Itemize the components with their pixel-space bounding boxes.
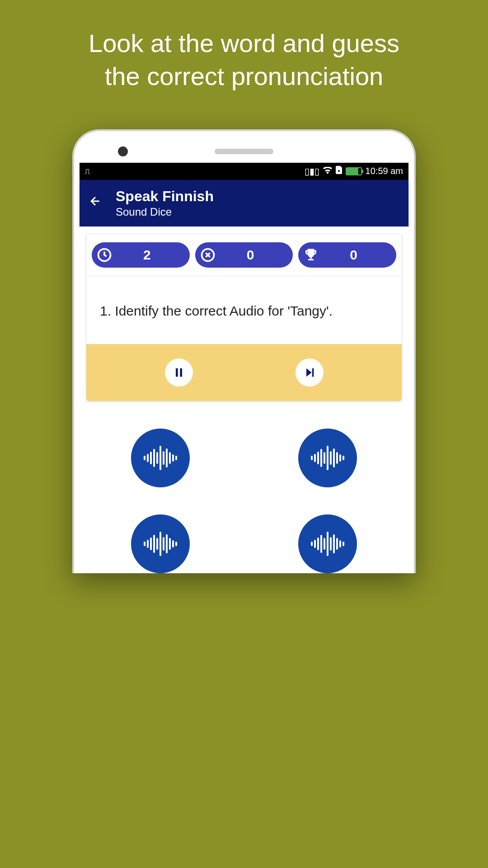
waveform-icon (144, 446, 177, 470)
svg-rect-4 (312, 368, 314, 377)
svg-rect-2 (176, 368, 178, 377)
playback-bar (86, 344, 402, 401)
app-title: Speak Finnish (116, 188, 214, 205)
phone-speaker (215, 149, 273, 154)
audio-option-4[interactable] (298, 514, 357, 573)
waveform-icon (144, 532, 177, 556)
clock-icon (94, 245, 114, 265)
trophy-icon (301, 245, 321, 265)
back-button[interactable] (89, 194, 102, 212)
battery-icon (346, 167, 362, 175)
status-time: 10:59 am (366, 166, 403, 176)
header-text: Speak Finnish Sound Dice (116, 188, 214, 218)
promo-line-2: the correct pronunciation (105, 62, 383, 90)
usb-icon: ⎍ (85, 167, 90, 176)
x-circle-icon (198, 245, 218, 265)
stats-row: 2 0 0 (86, 234, 402, 276)
status-bar: ⎍ ▯▮▯ 10:59 am (80, 163, 408, 180)
app-subtitle: Sound Dice (116, 206, 214, 218)
trophy-value: 0 (321, 247, 386, 263)
waveform-icon (311, 446, 344, 470)
pause-button[interactable] (165, 359, 193, 387)
audio-option-1[interactable] (131, 429, 190, 487)
svg-rect-3 (180, 368, 182, 377)
app-header: Speak Finnish Sound Dice (80, 180, 408, 226)
wifi-icon (323, 166, 332, 176)
timer-pill: 2 (92, 242, 190, 268)
sim-icon (336, 166, 342, 176)
phone-hardware-top (80, 140, 408, 163)
promo-heading: Look at the word and guess the correct p… (0, 0, 488, 111)
app-content: 2 0 0 1. Identify the correct Audio for … (80, 226, 408, 573)
audio-option-3[interactable] (131, 514, 190, 573)
timer-value: 2 (114, 247, 180, 263)
quiz-card: 2 0 0 1. Identify the correct Audio for … (86, 234, 402, 401)
promo-line-1: Look at the word and guess (89, 29, 399, 57)
wrong-pill: 0 (195, 242, 293, 268)
waveform-icon (311, 532, 344, 556)
next-button[interactable] (296, 359, 324, 387)
phone-frame: ⎍ ▯▮▯ 10:59 am Speak Finnish Sound Dice (72, 129, 416, 573)
phone-camera (118, 146, 128, 156)
audio-options (86, 401, 402, 573)
wrong-value: 0 (218, 247, 283, 263)
question-text: 1. Identify the correct Audio for 'Tangy… (100, 303, 388, 319)
vibrate-icon: ▯▮▯ (305, 166, 319, 177)
question-area: 1. Identify the correct Audio for 'Tangy… (86, 276, 402, 344)
audio-option-2[interactable] (298, 429, 357, 487)
trophy-pill: 0 (298, 242, 396, 268)
